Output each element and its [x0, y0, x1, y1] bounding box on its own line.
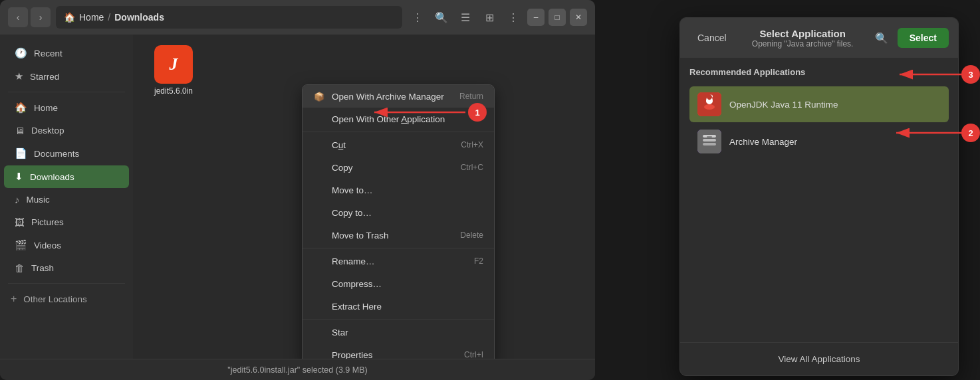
cancel-button[interactable]: Cancel: [689, 29, 735, 47]
ctx-move-trash[interactable]: Move to Trash Delete: [303, 224, 494, 246]
svg-text:2: 2: [968, 128, 973, 138]
desktop-icon: 🖥: [15, 125, 25, 136]
file-manager-body: 🕐 Recent ★ Starred 🏠 Home 🖥 Desktop 📄 Do…: [0, 35, 595, 359]
ctx-properties-label: Properties: [332, 350, 373, 359]
ctx-cut[interactable]: Cut Ctrl+X: [303, 134, 494, 156]
archive-manager-icon: [697, 130, 721, 153]
open-other-icon: [313, 113, 325, 125]
ctx-open-archive[interactable]: 📦 Open With Archive Manager Return: [303, 85, 494, 108]
sidebar-item-trash[interactable]: 🗑 Trash: [4, 257, 129, 279]
starred-icon: ★: [15, 70, 23, 82]
status-text: "jedit5.6.0install.jar" selected (3.9 MB…: [227, 365, 367, 375]
sidebar-divider-1: [8, 92, 125, 92]
ctx-open-archive-label: Open With Archive Manager: [332, 92, 444, 102]
sidebar-item-pictures[interactable]: 🖼 Pictures: [4, 211, 129, 233]
sidebar-item-recent[interactable]: 🕐 Recent: [4, 42, 129, 64]
other-locations-label: Other Locations: [23, 294, 86, 304]
view-grid-button[interactable]: ⊞: [479, 7, 499, 27]
rename-icon: [313, 255, 325, 267]
sidebar-item-desktop[interactable]: 🖥 Desktop: [4, 120, 129, 142]
dialog-search-button[interactable]: 🔍: [871, 27, 892, 48]
view-toggle-button[interactable]: ⋮: [503, 7, 523, 27]
menu-dots-button[interactable]: ⋮: [408, 7, 428, 27]
ctx-properties[interactable]: Properties Ctrl+I: [303, 343, 494, 359]
ctx-rename[interactable]: Rename… F2: [303, 250, 494, 272]
dialog-footer: View All Applications: [680, 342, 958, 375]
sidebar-item-label-documents: Documents: [34, 149, 79, 159]
svg-point-1: [704, 104, 715, 110]
copy-icon: [313, 161, 325, 173]
sidebar-item-label-home: Home: [34, 103, 58, 113]
openjdk-icon: [697, 92, 721, 116]
svg-point-15: [961, 65, 980, 84]
app-list: OpenJDK Java 11 Runtime Archive Manager: [689, 86, 949, 159]
sidebar-item-starred[interactable]: ★ Starred: [4, 65, 129, 88]
ctx-copy-to-label: Copy to…: [332, 208, 372, 218]
back-button[interactable]: ‹: [8, 7, 28, 27]
ctx-compress-label: Compress…: [332, 279, 382, 289]
sidebar-item-label-videos: Videos: [34, 240, 61, 250]
file-manager-window: ‹ › 🏠 Home / Downloads ⋮ 🔍 ☰ ⊞ ⋮ – □ ✕ 🕐…: [0, 0, 595, 380]
sidebar-item-downloads[interactable]: ⬇ Downloads: [4, 165, 129, 188]
ctx-compress[interactable]: Compress…: [303, 272, 494, 295]
forward-button[interactable]: ›: [31, 7, 51, 27]
dialog-subtitle: Opening "Java archive" files.: [752, 39, 854, 48]
file-name-label: jedit5.6.0in: [154, 86, 193, 96]
svg-rect-5: [703, 143, 716, 145]
move-icon: [313, 184, 325, 196]
close-button[interactable]: ✕: [570, 9, 587, 26]
ctx-copy-to[interactable]: Copy to…: [303, 201, 494, 224]
search-button[interactable]: 🔍: [431, 7, 451, 27]
sidebar-item-label-starred: Starred: [30, 72, 59, 82]
sidebar-item-label-desktop: Desktop: [31, 126, 64, 136]
music-icon: ♪: [15, 194, 20, 205]
home-nav-icon: 🏠: [15, 102, 27, 114]
breadcrumb-current: Downloads: [114, 12, 164, 23]
breadcrumb: 🏠 Home / Downloads: [56, 6, 402, 29]
maximize-button[interactable]: □: [549, 9, 566, 26]
file-item[interactable]: J jedit5.6.0in: [144, 45, 203, 96]
ctx-cut-label: Cut: [332, 140, 346, 150]
pictures-icon: 🖼: [15, 217, 25, 228]
ctx-move-to-label: Move to…: [332, 185, 373, 195]
file-content-area[interactable]: J jedit5.6.0in 📦 Open With Archive Manag…: [133, 35, 595, 359]
ctx-open-other-label: Open With Other Application: [332, 114, 445, 124]
ctx-extract[interactable]: Extract Here: [303, 295, 494, 318]
copy-to-icon: [313, 207, 325, 219]
sidebar-item-other-locations[interactable]: + Other Locations: [0, 288, 133, 310]
ctx-open-archive-shortcut: Return: [459, 92, 483, 101]
ctx-copy[interactable]: Copy Ctrl+C: [303, 156, 494, 179]
properties-icon: [313, 349, 325, 359]
home-icon: 🏠: [64, 12, 75, 23]
sidebar-item-label-recent: Recent: [34, 48, 62, 58]
svg-text:3: 3: [968, 70, 973, 80]
nav-buttons: ‹ ›: [8, 7, 51, 27]
view-all-button[interactable]: View All Applications: [680, 343, 958, 375]
view-list-button[interactable]: ☰: [455, 7, 475, 27]
app-item-openjdk[interactable]: OpenJDK Java 11 Runtime: [689, 86, 949, 122]
ctx-divider-1: [303, 132, 494, 132]
archive-label: Archive Manager: [729, 137, 797, 147]
dialog-title: Select Application: [759, 28, 845, 39]
select-button[interactable]: Select: [898, 28, 949, 48]
ctx-move-to[interactable]: Move to…: [303, 179, 494, 201]
extract-icon: [313, 300, 325, 312]
status-bar: "jedit5.6.0install.jar" selected (3.9 MB…: [0, 359, 595, 380]
titlebar: ‹ › 🏠 Home / Downloads ⋮ 🔍 ☰ ⊞ ⋮ – □ ✕: [0, 0, 595, 35]
ctx-open-other[interactable]: Open With Other Application: [303, 108, 494, 130]
sidebar-item-home[interactable]: 🏠 Home: [4, 96, 129, 119]
downloads-icon: ⬇: [15, 171, 23, 183]
breadcrumb-separator: /: [108, 12, 110, 23]
sidebar-item-label-music: Music: [27, 195, 50, 205]
app-item-archive[interactable]: Archive Manager: [689, 124, 949, 159]
sidebar-item-documents[interactable]: 📄 Documents: [4, 142, 129, 165]
minimize-button[interactable]: –: [527, 9, 545, 26]
ctx-star[interactable]: Star: [303, 321, 494, 343]
videos-icon: 🎬: [15, 239, 27, 251]
sidebar-item-music[interactable]: ♪ Music: [4, 189, 129, 211]
java-file-icon: J: [154, 45, 193, 84]
breadcrumb-home[interactable]: Home: [79, 12, 104, 23]
ctx-extract-label: Extract Here: [332, 302, 382, 312]
sidebar-item-videos[interactable]: 🎬 Videos: [4, 234, 129, 256]
ctx-move-trash-label: Move to Trash: [332, 231, 389, 240]
